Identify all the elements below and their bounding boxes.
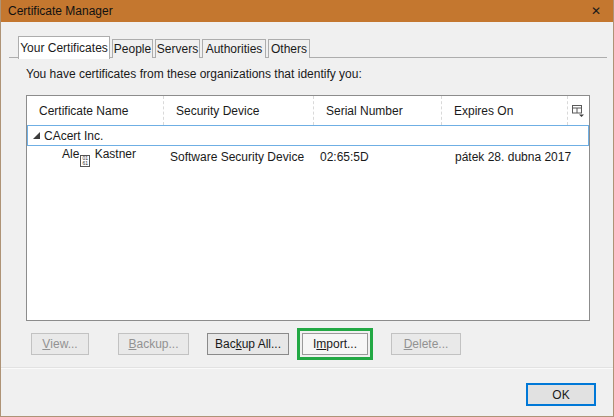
delete-button[interactable]: Delete...	[391, 333, 461, 355]
table-row-cacert-group[interactable]: CAcert Inc.	[27, 125, 589, 146]
titlebar: Certificate Manager ✕	[1, 0, 613, 22]
tab-others[interactable]: Others	[268, 39, 310, 58]
backup-button[interactable]: Backup...	[118, 333, 189, 355]
glyph-hex-bottom: 61	[83, 161, 89, 166]
group-certificate-name: CAcert Inc.	[44, 129, 103, 143]
close-icon[interactable]: ✕	[585, 0, 607, 22]
import-highlight-box: Import...	[297, 328, 373, 360]
tab-people[interactable]: People	[112, 39, 153, 58]
column-picker-button[interactable]	[568, 96, 589, 125]
backup-all-button[interactable]: Backup All...	[207, 333, 289, 355]
tab-your-certificates[interactable]: Your Certificates	[18, 36, 110, 59]
view-button[interactable]: View...	[31, 333, 89, 355]
tab-servers[interactable]: Servers	[155, 39, 200, 58]
column-header-expires-on[interactable]: Expires On	[442, 96, 568, 125]
certificate-manager-dialog: Certificate Manager ✕ Your Certificates …	[0, 0, 614, 417]
certificates-table: Certificate Name Security Device Serial …	[26, 95, 590, 321]
expanded-twisty-icon[interactable]	[33, 132, 40, 139]
column-header-certificate-name[interactable]: Certificate Name	[27, 96, 164, 125]
table-row-certificate[interactable]: Ale0161 Kastner Software Security Device…	[27, 146, 589, 167]
cell-security-device: Software Security Device	[164, 150, 314, 164]
cell-expires-on: pátek 28. dubna 2017	[442, 150, 568, 164]
buttonbox-divider	[1, 367, 614, 369]
column-header-security-device[interactable]: Security Device	[164, 96, 314, 125]
cert-name-suffix: Kastner	[91, 147, 136, 161]
cell-certificate-name: Ale0161 Kastner	[27, 147, 164, 167]
cell-serial-number: 02:65:5D	[314, 150, 442, 164]
table-header: Certificate Name Security Device Serial …	[27, 96, 589, 125]
column-header-serial-number[interactable]: Serial Number	[314, 96, 442, 125]
window-title: Certificate Manager	[8, 4, 113, 18]
ok-button[interactable]: OK	[526, 383, 596, 406]
column-picker-icon	[572, 105, 585, 117]
import-button[interactable]: Import...	[302, 333, 368, 355]
cert-name-prefix: Ale	[62, 147, 79, 161]
tab-authorities[interactable]: Authorities	[202, 39, 266, 58]
missing-glyph-box: 0161	[80, 155, 90, 167]
instruction-text: You have certificates from these organiz…	[26, 67, 362, 81]
